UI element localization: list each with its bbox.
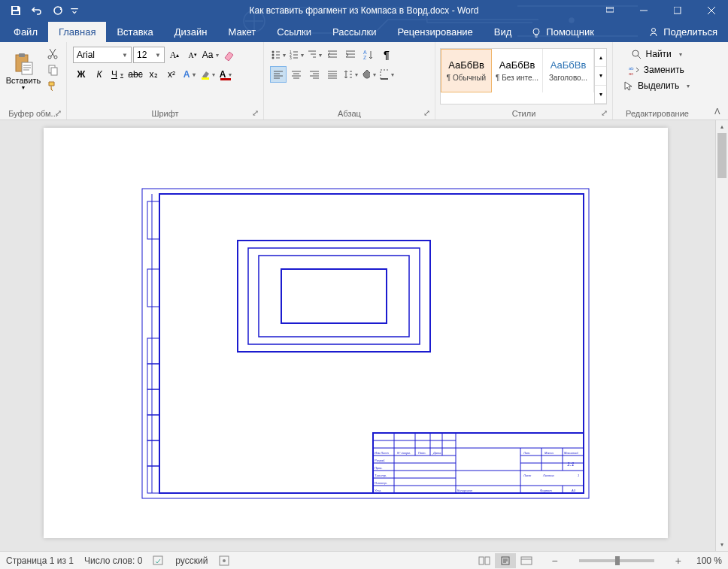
clipboard-launcher[interactable]: ⤢ — [53, 107, 63, 118]
align-left-button[interactable] — [270, 66, 287, 83]
language-status[interactable]: русский — [175, 555, 208, 566]
tab-insert[interactable]: Вставка — [106, 22, 163, 42]
save-button[interactable] — [6, 2, 26, 20]
change-case-button[interactable]: Aa▾ — [202, 47, 219, 63]
shrink-font-button[interactable]: A▾ — [184, 47, 201, 63]
paragraph-launcher[interactable]: ⤢ — [421, 107, 432, 118]
tab-view[interactable]: Вид — [484, 22, 523, 42]
spellcheck-status[interactable] — [153, 555, 165, 567]
cut-button[interactable] — [44, 45, 62, 62]
zoom-slider-thumb[interactable] — [615, 556, 620, 565]
decrease-indent-button[interactable] — [324, 47, 341, 63]
format-painter-button[interactable] — [44, 78, 62, 95]
vertical-scrollbar[interactable]: ▴ ▾ — [715, 120, 728, 551]
maximize-button[interactable] — [660, 0, 694, 21]
bullets-button[interactable]: ▾ — [270, 47, 287, 63]
scroll-up-button[interactable]: ▴ — [716, 120, 728, 133]
svg-point-18 — [272, 51, 275, 53]
borders-button[interactable]: ▾ — [378, 66, 395, 83]
ribbon-options-button[interactable] — [593, 0, 626, 21]
align-right-button[interactable] — [306, 66, 323, 83]
share-label: Поделиться — [663, 26, 717, 38]
scroll-down-button[interactable]: ▾ — [716, 538, 728, 551]
svg-rect-88 — [479, 557, 484, 564]
styles-up-button[interactable]: ▴ — [595, 49, 606, 67]
show-marks-button[interactable]: ¶ — [378, 47, 395, 63]
font-launcher[interactable]: ⤢ — [250, 107, 260, 118]
share-button[interactable]: Поделиться — [638, 22, 728, 42]
superscript-button[interactable]: x² — [163, 66, 180, 83]
sort-button[interactable]: AZ — [360, 47, 377, 63]
highlight-button[interactable]: ▾ — [199, 66, 216, 83]
svg-text:Лит.: Лит. — [523, 451, 530, 455]
align-center-button[interactable] — [288, 66, 305, 83]
italic-button[interactable]: К — [91, 66, 108, 83]
style-normal[interactable]: АаБбВв ¶ Обычный — [441, 49, 492, 92]
word-count-status[interactable]: Число слов: 0 — [84, 555, 142, 566]
scroll-thumb[interactable] — [717, 133, 726, 178]
strikethrough-button[interactable]: abc — [127, 66, 144, 83]
text-effects-button[interactable]: A▾ — [181, 66, 198, 83]
qat-customize-button[interactable] — [69, 2, 80, 20]
zoom-in-button[interactable]: + — [671, 555, 686, 567]
tab-design[interactable]: Дизайн — [164, 22, 218, 42]
styles-gallery-scroll: ▴ ▾ ▾ — [594, 49, 606, 104]
replace-button[interactable]: abac Заменить — [619, 62, 693, 77]
font-color-button[interactable]: A▾ — [217, 66, 234, 83]
embedded-drawing[interactable]: Изм ЛистN° докум.Подп.Дата Разраб.Пров.Т… — [141, 188, 590, 499]
underline-button[interactable]: Ч▾ — [109, 66, 126, 83]
styles-more-button[interactable]: ▾ — [595, 86, 606, 104]
svg-rect-89 — [485, 557, 490, 564]
line-spacing-button[interactable]: ▾ — [342, 66, 359, 83]
collapse-ribbon-button[interactable]: ᐱ — [710, 105, 725, 118]
zoom-level[interactable]: 100 % — [696, 555, 722, 566]
tab-review[interactable]: Рецензирование — [387, 22, 483, 42]
shading-button[interactable]: ▾ — [360, 66, 377, 83]
print-layout-button[interactable] — [495, 553, 516, 568]
document-area[interactable]: Изм ЛистN° докум.Подп.Дата Разраб.Пров.Т… — [0, 120, 728, 551]
status-bar: Страница 1 из 1 Число слов: 0 русский − … — [0, 551, 728, 569]
tell-me-button[interactable]: Помощник — [522, 22, 603, 42]
font-size-select[interactable]: 12▼ — [133, 47, 165, 63]
style-no-spacing[interactable]: АаБбВв ¶ Без инте... — [492, 49, 543, 92]
svg-text:Разраб.: Разраб. — [375, 459, 385, 462]
styles-launcher[interactable]: ⤢ — [599, 107, 609, 118]
tab-layout[interactable]: Макет — [217, 22, 266, 42]
page-number-status[interactable]: Страница 1 из 1 — [6, 555, 74, 566]
subscript-button[interactable]: x₂ — [145, 66, 162, 83]
document-page: Изм ЛистN° докум.Подп.Дата Разраб.Пров.Т… — [44, 128, 668, 538]
svg-point-8 — [652, 28, 656, 32]
copy-button[interactable] — [44, 62, 62, 78]
tab-references[interactable]: Ссылки — [266, 22, 322, 42]
increase-indent-button[interactable] — [342, 47, 359, 63]
read-mode-button[interactable] — [474, 553, 495, 568]
undo-button[interactable] — [27, 2, 47, 20]
zoom-slider[interactable] — [579, 559, 654, 562]
clear-formatting-button[interactable] — [220, 47, 237, 63]
redo-button[interactable] — [48, 2, 68, 20]
tab-file[interactable]: Файл — [3, 22, 48, 42]
justify-button[interactable] — [324, 66, 341, 83]
tab-home[interactable]: Главная — [48, 22, 106, 42]
svg-text:Масштаб: Масштаб — [564, 451, 578, 455]
svg-rect-42 — [238, 241, 430, 352]
minimize-button[interactable] — [626, 0, 660, 21]
close-button[interactable] — [694, 0, 728, 21]
web-layout-button[interactable] — [516, 553, 537, 568]
tab-mailings[interactable]: Рассылки — [322, 22, 387, 42]
style-heading1[interactable]: АаБбВв Заголово... — [543, 49, 594, 92]
multilevel-button[interactable]: ▾ — [306, 47, 323, 63]
bold-button[interactable]: Ж — [73, 66, 89, 83]
paste-button[interactable]: Вставить ▼ — [5, 45, 42, 96]
find-button[interactable]: Найти▾ — [619, 47, 693, 62]
styles-down-button[interactable]: ▾ — [595, 67, 606, 85]
zoom-out-button[interactable]: − — [548, 555, 563, 567]
quick-access-toolbar — [0, 2, 80, 20]
font-name-select[interactable]: Arial▼ — [73, 47, 132, 63]
grow-font-button[interactable]: A▴ — [166, 47, 183, 63]
select-button[interactable]: Выделить▾ — [619, 78, 693, 93]
macro-status[interactable] — [218, 555, 230, 567]
svg-rect-40 — [147, 440, 159, 466]
svg-rect-45 — [281, 269, 387, 323]
numbering-button[interactable]: 123▾ — [288, 47, 305, 63]
